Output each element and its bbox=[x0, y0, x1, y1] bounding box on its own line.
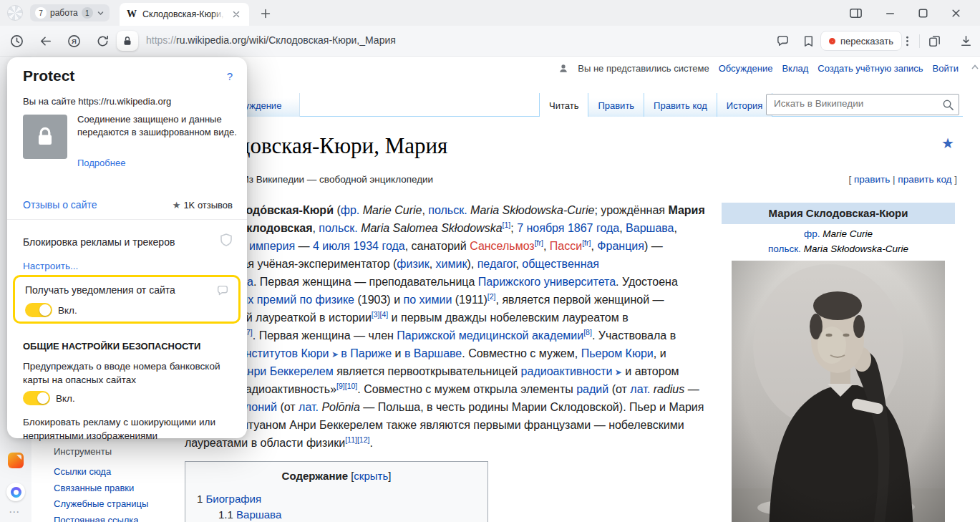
wiki-search-input[interactable] bbox=[772, 97, 933, 110]
create-account-link[interactable]: Создать учётную запись bbox=[818, 63, 923, 74]
configure-link[interactable]: Настроить... bbox=[23, 261, 78, 271]
tab-edit-source[interactable]: Править код bbox=[644, 93, 717, 117]
personal-contribs-link[interactable]: Вклад bbox=[782, 63, 808, 74]
minimize-button[interactable] bbox=[879, 3, 901, 23]
paragraph-line: Нобелевских премий по физике (1903) и по… bbox=[185, 291, 718, 309]
back-icon[interactable] bbox=[37, 33, 53, 49]
text-link[interactable]: по химии bbox=[404, 294, 452, 306]
text-link[interactable]: в Париже bbox=[341, 347, 392, 359]
downloads-icon[interactable] bbox=[958, 33, 974, 49]
personal-talk-link[interactable]: Обсуждение bbox=[719, 63, 773, 74]
side-panel-icon[interactable] bbox=[845, 3, 866, 23]
profile-avatar[interactable] bbox=[7, 5, 23, 21]
text-link[interactable]: Парижского университета bbox=[478, 276, 616, 288]
reviews-count[interactable]: ★1K отзывов bbox=[173, 200, 233, 211]
text-link[interactable]: химик bbox=[436, 258, 467, 270]
text-link[interactable]: 1867 года bbox=[568, 222, 619, 234]
text-link[interactable]: скрыть bbox=[354, 470, 388, 482]
text-link[interactable]: польск. bbox=[319, 222, 357, 234]
text-link[interactable]: радиоактивности bbox=[521, 365, 613, 377]
text-link[interactable]: Парижской медицинской академии bbox=[397, 329, 583, 342]
text-link[interactable]: [fr] bbox=[582, 238, 591, 247]
text-link[interactable]: физик bbox=[397, 258, 429, 270]
text-link[interactable]: лат. bbox=[630, 383, 650, 395]
card-warning-toggle[interactable] bbox=[23, 391, 50, 405]
sidebar-link-specialpages[interactable]: Служебные страницы bbox=[54, 496, 148, 513]
text-link[interactable]: [2] bbox=[487, 292, 496, 301]
maximize-button[interactable] bbox=[912, 3, 933, 23]
alice-icon[interactable] bbox=[6, 483, 25, 501]
reload-icon[interactable] bbox=[94, 33, 110, 49]
text-link[interactable]: лат. bbox=[299, 401, 319, 413]
text-link[interactable]: польск. bbox=[428, 204, 467, 216]
active-tab[interactable]: W Склодовская-Кюри, Ма bbox=[120, 3, 249, 26]
history-icon[interactable] bbox=[9, 33, 24, 49]
text-link[interactable]: 4 июля bbox=[313, 240, 350, 252]
text-link[interactable]: Институтов Кюри bbox=[237, 347, 329, 359]
more-menu-icon[interactable] bbox=[899, 33, 915, 49]
sidebar-link-relatedchanges[interactable]: Связанные правки bbox=[54, 480, 148, 497]
summarize-button[interactable]: пересказать bbox=[820, 31, 902, 51]
sidebar-link-permalink[interactable]: Постоянная ссылка bbox=[54, 513, 148, 522]
text-link[interactable]: Биография bbox=[206, 493, 262, 505]
text-link[interactable]: ➤ bbox=[329, 349, 341, 359]
text-link[interactable]: Варшава bbox=[626, 222, 674, 234]
marie-curie-photo[interactable] bbox=[732, 261, 945, 522]
text-link[interactable]: [11][12] bbox=[345, 435, 369, 444]
text-link[interactable]: педагог bbox=[477, 258, 516, 270]
tab-group-chip[interactable]: 7 работа 1 bbox=[30, 4, 110, 21]
text-link[interactable]: польск. bbox=[768, 243, 801, 254]
sidebar-link-whatlinkshere[interactable]: Ссылки сюда bbox=[54, 464, 148, 480]
edit-section-links: [ править | править код ] bbox=[849, 174, 957, 185]
tab-group-badge: 1 bbox=[82, 7, 93, 19]
new-tab-button[interactable] bbox=[258, 6, 273, 21]
yandex-market-icon[interactable] bbox=[8, 453, 24, 468]
wiki-search-box[interactable] bbox=[766, 94, 959, 115]
collections-icon[interactable] bbox=[926, 33, 942, 49]
tab-edit[interactable]: Править bbox=[588, 93, 644, 117]
tab-close-icon[interactable] bbox=[231, 9, 242, 20]
text-link[interactable]: Сансельмоз bbox=[470, 240, 535, 252]
watchlist-star-icon[interactable]: ★ bbox=[941, 135, 954, 152]
site-reviews-link[interactable]: Отзывы о сайте bbox=[23, 199, 97, 211]
text-link[interactable]: в Варшаве bbox=[404, 347, 462, 359]
text-link[interactable]: ➤ bbox=[612, 367, 621, 377]
text-link[interactable]: [8] bbox=[583, 328, 592, 337]
scrollbar-up-button[interactable] bbox=[970, 61, 979, 72]
text-link[interactable]: [fr] bbox=[535, 238, 543, 247]
paragraph-line: термина «радиоактивность»[9][10]. Совмес… bbox=[185, 380, 718, 398]
protect-help-link[interactable]: ? bbox=[227, 70, 233, 82]
paragraph-line: лауреатами в области физики[11][12]. bbox=[185, 434, 718, 452]
notifications-state: Вкл. bbox=[58, 305, 77, 316]
search-icon[interactable] bbox=[942, 99, 954, 114]
strip-more-icon[interactable]: ⋯ bbox=[9, 506, 20, 518]
comments-icon[interactable] bbox=[775, 33, 790, 49]
text-link[interactable]: [1] bbox=[503, 221, 511, 229]
paragraph-line: наряду с Антуаном Анри Беккерелем также … bbox=[185, 416, 718, 434]
site-lock-button[interactable] bbox=[117, 31, 138, 51]
text-link[interactable]: 7 ноября bbox=[517, 222, 564, 234]
bookmark-icon[interactable] bbox=[800, 33, 816, 49]
tab-read[interactable]: Читать bbox=[539, 93, 588, 117]
toc-title: Содержание [скрыть] bbox=[185, 470, 487, 482]
text-link[interactable]: [9][10] bbox=[336, 382, 357, 390]
text-link[interactable]: общественная bbox=[522, 258, 599, 270]
yandex-home-icon[interactable]: Я bbox=[66, 33, 82, 49]
text-link[interactable]: [3][4] bbox=[372, 310, 388, 319]
text-link[interactable]: фр. bbox=[804, 228, 820, 239]
url-text[interactable]: https://ru.wikipedia.org/wiki/Склодовска… bbox=[146, 34, 396, 46]
text-link[interactable]: радий bbox=[576, 383, 608, 395]
text-link[interactable]: править bbox=[854, 174, 890, 185]
text-link[interactable]: Франция bbox=[597, 240, 644, 252]
notifications-toggle[interactable] bbox=[25, 303, 52, 317]
text-link[interactable]: 1934 года bbox=[353, 240, 404, 252]
window-close-button[interactable] bbox=[945, 3, 966, 23]
login-link[interactable]: Войти bbox=[933, 63, 959, 74]
text-link[interactable]: Варшава bbox=[236, 508, 281, 521]
text-link[interactable]: Пасси bbox=[550, 240, 582, 252]
tab-history[interactable]: История bbox=[717, 93, 772, 117]
text-link[interactable]: фр. bbox=[341, 204, 360, 216]
text-link[interactable]: Пьером Кюри bbox=[581, 347, 654, 359]
text-link[interactable]: править код bbox=[898, 174, 951, 185]
details-link[interactable]: Подробнее bbox=[77, 158, 125, 168]
